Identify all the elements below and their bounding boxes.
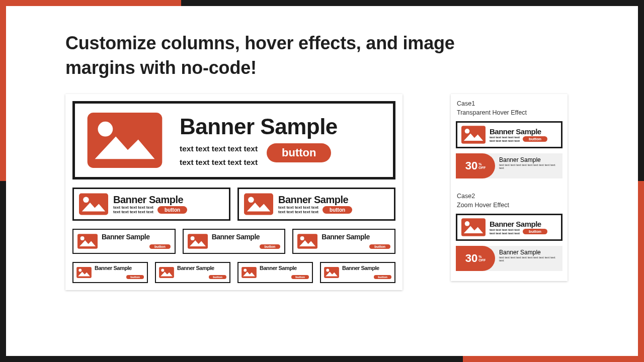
banner-title: Banner Sample	[95, 265, 144, 271]
frame-accent	[463, 356, 644, 362]
banner-subtext: text text text text text	[180, 158, 258, 166]
svg-point-15	[161, 269, 164, 272]
banner-title: Banner Sample	[212, 233, 281, 241]
banner-title: Banner Sample	[102, 233, 171, 241]
promo-banner-case1[interactable]: 30 %OFF Banner Sample text text text tex…	[456, 153, 562, 178]
picture-icon	[159, 267, 174, 278]
frame-accent	[638, 181, 644, 362]
svg-rect-0	[88, 113, 163, 168]
picture-icon	[461, 218, 486, 236]
banner-cta-button[interactable]: button	[149, 244, 171, 249]
frame-accent	[638, 0, 644, 181]
banner-title: Banner Sample	[260, 265, 309, 271]
banner-tile[interactable]: Banner Samplebutton	[155, 262, 230, 283]
banner-cta-button[interactable]: button	[291, 275, 309, 279]
content-area: Customize columns, hover effects, and im…	[6, 6, 638, 356]
svg-rect-22	[461, 218, 486, 236]
picture-icon	[244, 193, 273, 215]
picture-icon	[77, 234, 98, 249]
banner-cta-button[interactable]: button	[374, 275, 391, 279]
banner-subtext: text text text text text	[490, 228, 520, 232]
page-title: Customize columns, hover effects, and im…	[65, 31, 518, 80]
banner-cta-button[interactable]: button	[323, 206, 352, 214]
svg-rect-2	[79, 194, 108, 215]
frame-accent	[0, 0, 6, 181]
banner-tile-case1[interactable]: Banner Sample text text text text text t…	[456, 121, 562, 148]
banner-row-4col: Banner Samplebutton Banner Samplebutton …	[72, 262, 395, 283]
banner-title: Banner Sample	[342, 265, 391, 271]
picture-icon	[79, 193, 108, 215]
svg-rect-12	[76, 267, 92, 278]
banner-cta-button[interactable]: button	[523, 136, 547, 142]
banner-tile[interactable]: Banner Samplebutton	[183, 229, 286, 254]
svg-rect-16	[242, 267, 257, 278]
svg-rect-4	[244, 194, 273, 215]
discount-value: 30	[465, 253, 477, 264]
banner-cta-button[interactable]: button	[126, 275, 144, 279]
banner-tile[interactable]: Banner Samplebutton	[237, 262, 313, 283]
banner-title: Banner Sample	[113, 194, 224, 206]
picture-icon	[87, 113, 163, 168]
picture-icon	[76, 267, 92, 278]
case-description: Zoom Hover Effect	[457, 202, 562, 209]
banner-subtext: text text text text text	[113, 210, 153, 215]
banner-cta-button[interactable]: button	[369, 244, 390, 249]
panels-row: Banner Sample text text text text text t…	[65, 94, 583, 290]
case-description: Transparent Hover Effect	[457, 109, 562, 116]
banner-title: Banner Sample	[321, 233, 390, 241]
banner-cta-button[interactable]: button	[523, 229, 547, 234]
promo-subtext: text text text text text text text text …	[499, 163, 558, 169]
banner-subtext: text text text text text	[490, 139, 520, 143]
svg-point-5	[248, 197, 254, 203]
frame-accent	[0, 181, 6, 362]
discount-value: 30	[465, 160, 477, 171]
svg-point-1	[98, 122, 113, 137]
banner-subtext: text text text text text	[278, 210, 318, 215]
svg-point-19	[326, 269, 329, 272]
svg-point-23	[465, 221, 470, 226]
banner-tile[interactable]: Banner Samplebutton	[72, 262, 148, 283]
svg-point-11	[300, 236, 304, 240]
banner-subtext: text text text text text	[180, 144, 258, 153]
picture-icon	[461, 126, 486, 144]
banner-title: Banner Sample	[177, 265, 226, 271]
case-label: Case1	[457, 100, 562, 107]
banner-title: Banner Sample	[490, 220, 557, 228]
banner-row-3col: Banner Samplebutton Banner Samplebutton …	[72, 229, 395, 254]
svg-rect-20	[461, 126, 486, 144]
banner-tile-1col[interactable]: Banner Sample text text text text text t…	[72, 101, 395, 179]
banner-tile-case2[interactable]: Banner Sample text text text text text t…	[456, 214, 562, 241]
banner-tile[interactable]: Banner Sample text text text text text t…	[237, 188, 395, 221]
promo-title: Banner Sample	[499, 249, 558, 256]
banner-title: Banner Sample	[490, 127, 557, 136]
banner-tile[interactable]: Banner Samplebutton	[72, 229, 176, 254]
promo-title: Banner Sample	[499, 156, 558, 163]
promo-banner-case2[interactable]: 30 %OFF Banner Sample text text text tex…	[456, 246, 562, 271]
svg-rect-8	[188, 234, 208, 249]
svg-rect-18	[324, 267, 339, 278]
svg-point-21	[465, 129, 470, 134]
app-frame: Customize columns, hover effects, and im…	[0, 0, 644, 362]
frame-accent	[0, 356, 463, 362]
banner-cta-button[interactable]: button	[260, 244, 281, 249]
banner-tile[interactable]: Banner Samplebutton	[320, 262, 395, 283]
banner-cta-button[interactable]: button	[267, 143, 331, 162]
banner-row-2col: Banner Sample text text text text text t…	[72, 188, 395, 221]
svg-rect-14	[159, 267, 174, 278]
svg-point-13	[78, 269, 82, 272]
banner-subtext: text text text text text	[490, 136, 520, 139]
banner-cta-button[interactable]: button	[209, 275, 226, 279]
banner-tile[interactable]: Banner Samplebutton	[292, 229, 395, 254]
banner-title: Banner Sample	[278, 194, 389, 206]
banner-title: Banner Sample	[180, 114, 381, 139]
banner-cta-button[interactable]: button	[157, 206, 187, 214]
discount-badge: 30 %OFF	[456, 246, 495, 271]
case-label: Case2	[457, 193, 562, 200]
picture-icon	[297, 234, 317, 249]
picture-icon	[242, 267, 257, 278]
svg-point-7	[80, 236, 85, 240]
frame-accent	[0, 0, 181, 6]
svg-rect-10	[297, 234, 317, 249]
banner-tile[interactable]: Banner Sample text text text text text t…	[72, 188, 230, 221]
picture-icon	[188, 234, 208, 249]
